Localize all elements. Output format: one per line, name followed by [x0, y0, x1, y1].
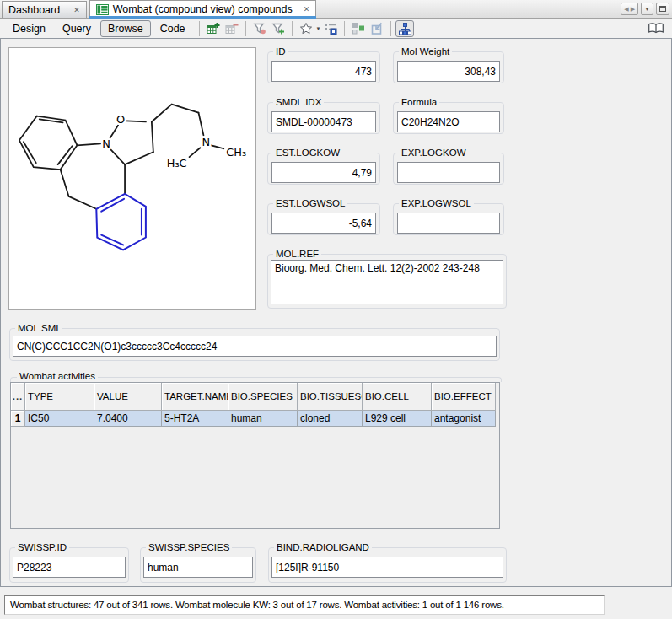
toolbar-separator	[344, 21, 345, 36]
field-exp-logkow: EXP.LOGKOW	[393, 148, 504, 185]
toolbar-separator	[245, 21, 246, 36]
column-header-type[interactable]: TYPE	[25, 383, 94, 411]
field-smdl-idx-label: SMDL.IDX	[273, 97, 324, 108]
field-est-logkow-label: EST.LOGKOW	[273, 148, 342, 159]
close-icon[interactable]: ✕	[304, 5, 310, 13]
cell-target-name[interactable]: 5-HT2A	[162, 411, 228, 427]
field-mol-weight-label: Mol Weight	[399, 46, 452, 57]
chevron-down-icon: ▼	[644, 6, 650, 12]
field-formula-label: Formula	[399, 97, 439, 108]
methyl-right-label: CH₃	[226, 146, 246, 159]
cell-value[interactable]: 7.0400	[94, 411, 162, 427]
add-row-icon[interactable]	[204, 20, 223, 37]
activities-grid: ... TYPE VALUE TARGET.NAME BIO.SPECIES B…	[11, 383, 499, 427]
amine-nitrogen-label: N	[202, 136, 211, 148]
field-mol-ref-label: MOL.REF	[273, 249, 321, 260]
browse-button[interactable]: Browse	[100, 20, 151, 37]
est-logwsol-input[interactable]	[271, 213, 376, 234]
tab-bar: Dashboard ✕ Wombat (compound view) compo…	[0, 0, 672, 19]
cell-bio-effect[interactable]: antagonist	[432, 411, 496, 427]
close-icon[interactable]: ✕	[73, 6, 80, 14]
cell-type[interactable]: IC50	[25, 411, 94, 427]
column-header-bio-cell[interactable]: BIO.CELL	[363, 383, 432, 411]
toolbar-separator	[199, 21, 200, 36]
tab-list-dropdown-button[interactable]: ▼	[641, 3, 653, 15]
favorites-star-icon[interactable]	[297, 20, 315, 37]
field-mol-ref: MOL.REF Bioorg. Med. Chem. Lett. 12(2)-2…	[267, 249, 507, 309]
toolbar: Design Query Browse Code	[0, 19, 672, 39]
swissp-id-input[interactable]	[13, 557, 126, 578]
smdl-idx-input[interactable]	[271, 111, 376, 132]
field-swissp-id: SWISSP.ID	[9, 542, 129, 583]
column-header-value[interactable]: VALUE	[94, 383, 162, 411]
add-filter-icon[interactable]	[269, 20, 288, 37]
compound-form-panel: N O N H₃C CH₃ ID Mol Weight SMDL.IDX For…	[0, 39, 672, 587]
field-id: ID	[267, 46, 380, 83]
activities-group-label: Wombat activities	[17, 371, 98, 381]
field-bind-radioligand: BIND.RADIOLIGAND	[268, 542, 507, 583]
tree-view-icon[interactable]	[395, 20, 414, 37]
column-header-bio-effect[interactable]: BIO.EFFECT	[432, 383, 496, 411]
tab-compound-view-label: Wombat (compound view) compounds	[113, 3, 293, 15]
status-bar: Wombat structures: 47 out of 341 rows. W…	[0, 587, 672, 619]
tab-dashboard[interactable]: Dashboard ✕	[2, 1, 87, 18]
field-swissp-id-label: SWISSP.ID	[15, 542, 69, 553]
exp-logkow-input[interactable]	[397, 162, 500, 183]
toolbar-separator	[292, 21, 293, 36]
design-button[interactable]: Design	[5, 20, 53, 37]
documentation-book-icon[interactable]	[647, 20, 665, 37]
cell-bio-tissuesource[interactable]: cloned	[298, 411, 363, 427]
grid-view-icon	[96, 4, 109, 15]
tab-compound-view[interactable]: Wombat (compound view) compounds ✕	[89, 0, 317, 18]
customize-form-icon[interactable]	[321, 20, 340, 37]
table-options-button[interactable]: ...	[11, 383, 25, 411]
export-icon[interactable]	[368, 20, 386, 37]
remove-filter-icon[interactable]	[250, 20, 269, 37]
code-button[interactable]: Code	[153, 20, 193, 37]
delete-row-icon[interactable]	[223, 20, 241, 37]
field-est-logwsol: EST.LOGWSOL	[267, 198, 380, 235]
id-input[interactable]	[271, 61, 376, 82]
ring-oxygen-label: O	[116, 113, 125, 126]
field-exp-logwsol: EXP.LOGWSOL	[393, 198, 504, 235]
field-mol-smi: MOL.SMI	[9, 323, 500, 361]
scroll-right-icon[interactable]: ▶	[631, 6, 635, 13]
row-number[interactable]: 1	[11, 411, 25, 427]
molecule-structure: N O N H₃C CH₃	[9, 48, 255, 310]
chevron-down-icon[interactable]: ▼	[316, 26, 321, 31]
maximize-window-button[interactable]	[656, 3, 669, 15]
bind-radioligand-input[interactable]	[271, 557, 503, 578]
est-logkow-input[interactable]	[271, 162, 376, 183]
window-layout-icon[interactable]	[349, 20, 368, 37]
mol-weight-input[interactable]	[397, 61, 500, 82]
maximize-icon	[659, 6, 666, 12]
cell-bio-species[interactable]: human	[228, 411, 298, 427]
cell-bio-cell[interactable]: L929 cell	[363, 411, 432, 427]
mol-smi-input[interactable]	[13, 336, 497, 357]
field-bind-radioligand-label: BIND.RADIOLIGAND	[274, 542, 372, 553]
mol-ref-input[interactable]: Bioorg. Med. Chem. Lett. 12(2)-2002 243-…	[271, 260, 503, 304]
column-header-bio-tissuesource[interactable]: BIO.TISSUESOU	[298, 383, 363, 411]
status-message: Wombat structures: 47 out of 341 rows. W…	[4, 595, 605, 615]
field-swissp-species-label: SWISSP.SPECIES	[146, 542, 232, 553]
exp-logwsol-input[interactable]	[397, 213, 500, 234]
column-header-target-name[interactable]: TARGET.NAME	[162, 383, 228, 411]
scroll-left-icon[interactable]: ◀	[624, 6, 628, 13]
structure-canvas[interactable]: N O N H₃C CH₃	[8, 47, 256, 310]
formula-input[interactable]	[397, 111, 500, 132]
field-swissp-species: SWISSP.SPECIES	[140, 542, 256, 583]
ring-nitrogen-label: N	[102, 137, 110, 150]
query-button[interactable]: Query	[55, 20, 99, 37]
field-mol-smi-label: MOL.SMI	[15, 323, 62, 334]
active-tab-indicator	[89, 16, 317, 19]
activities-table[interactable]: ... TYPE VALUE TARGET.NAME BIO.SPECIES B…	[10, 382, 500, 529]
tab-scroll-buttons[interactable]: ◀ ▶	[621, 3, 638, 15]
field-exp-logwsol-label: EXP.LOGWSOL	[399, 198, 474, 209]
field-smdl-idx: SMDL.IDX	[267, 97, 380, 134]
swissp-species-input[interactable]	[143, 557, 253, 578]
field-est-logkow: EST.LOGKOW	[267, 148, 380, 185]
column-header-bio-species[interactable]: BIO.SPECIES	[228, 383, 298, 411]
methyl-left-label: H₃C	[167, 157, 187, 170]
field-exp-logkow-label: EXP.LOGKOW	[399, 148, 468, 159]
field-est-logwsol-label: EST.LOGWSOL	[273, 198, 347, 209]
